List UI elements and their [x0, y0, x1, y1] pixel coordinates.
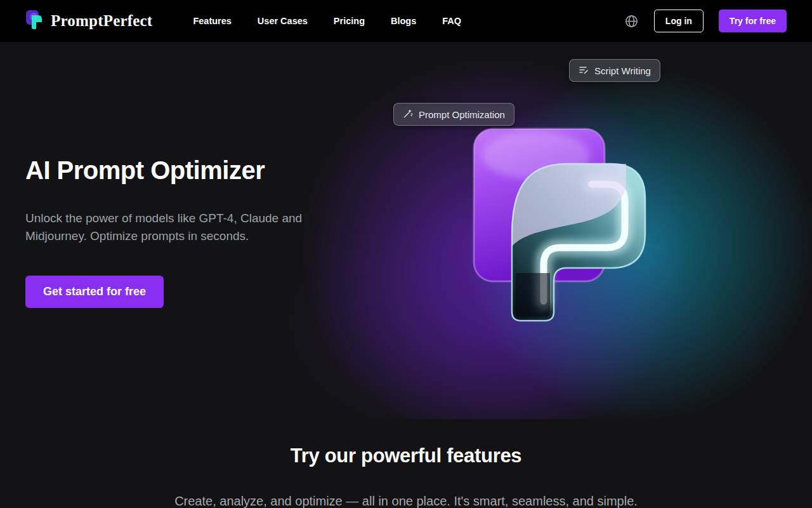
- nav-link-user-cases[interactable]: User Cases: [258, 16, 308, 26]
- script-writing-icon: [579, 65, 589, 77]
- magic-wand-icon: [403, 109, 413, 121]
- nav-link-features[interactable]: Features: [193, 16, 231, 26]
- glass-p-front: [512, 164, 645, 321]
- nav-actions: Log in Try for free: [624, 10, 787, 32]
- get-started-button[interactable]: Get started for free: [25, 276, 164, 308]
- hero-section: Script Writing Prompt Optimization AI Pr…: [0, 42, 812, 419]
- features-intro-section: Try our powerful features Create, analyz…: [0, 419, 812, 508]
- nav-link-pricing[interactable]: Pricing: [334, 16, 365, 26]
- hero-copy: AI Prompt Optimizer Unlock the power of …: [25, 155, 343, 308]
- hero-title: AI Prompt Optimizer: [25, 155, 343, 185]
- tag-label: Prompt Optimization: [419, 109, 505, 120]
- nav-link-faq[interactable]: FAQ: [442, 16, 461, 26]
- login-button[interactable]: Log in: [654, 10, 704, 32]
- brand-wordmark: PromptPerfect: [51, 12, 152, 30]
- brand-logo[interactable]: PromptPerfect: [25, 10, 152, 32]
- promptperfect-logo-icon: [25, 10, 44, 32]
- language-globe-icon[interactable]: [624, 14, 639, 29]
- nav-links: Features User Cases Pricing Blogs FAQ: [193, 16, 461, 26]
- features-subheading: Create, analyze, and optimize — all in o…: [0, 494, 812, 508]
- tag-prompt-optimization[interactable]: Prompt Optimization: [393, 103, 514, 126]
- features-heading: Try our powerful features: [0, 444, 812, 467]
- hero-subtitle: Unlock the power of models like GPT-4, C…: [25, 210, 326, 245]
- nav-link-blogs[interactable]: Blogs: [391, 16, 416, 26]
- tag-script-writing[interactable]: Script Writing: [569, 59, 660, 82]
- try-for-free-button[interactable]: Try for free: [719, 10, 787, 32]
- top-nav: PromptPerfect Features User Cases Pricin…: [0, 0, 812, 42]
- hero-3d-logo-art: [441, 121, 657, 339]
- tag-label: Script Writing: [594, 65, 651, 76]
